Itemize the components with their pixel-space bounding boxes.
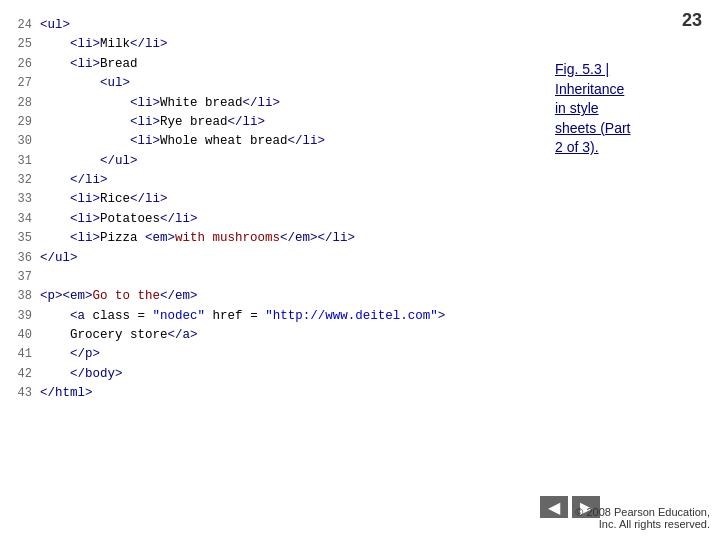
- slide-number: 23: [682, 10, 702, 31]
- code-line-36: 36 </ul>: [10, 249, 560, 268]
- code-line-31: 31 </ul>: [10, 152, 560, 171]
- code-line-26: 26 <li>Bread: [10, 55, 560, 74]
- code-line-41: 41 </p>: [10, 345, 560, 364]
- line-num: 34: [10, 210, 40, 229]
- caption-line5: 2 of 3).: [555, 139, 599, 155]
- line-num: 36: [10, 249, 40, 268]
- code-line-32: 32 </li>: [10, 171, 560, 190]
- code-line-42: 42 </body>: [10, 365, 560, 384]
- caption-line4: sheets (Part: [555, 120, 630, 136]
- line-num: 39: [10, 307, 40, 326]
- line-num: 40: [10, 326, 40, 345]
- line-num: 38: [10, 287, 40, 306]
- code-line-29: 29 <li>Rye bread</li>: [10, 113, 560, 132]
- footer: © 2008 Pearson Education, Inc. All right…: [575, 506, 710, 530]
- line-num: 29: [10, 113, 40, 132]
- line-num: 42: [10, 365, 40, 384]
- prev-button[interactable]: ◀: [540, 496, 568, 518]
- line-num: 43: [10, 384, 40, 403]
- line-num: 41: [10, 345, 40, 364]
- line-num: 37: [10, 268, 40, 287]
- code-line-27: 27 <ul>: [10, 74, 560, 93]
- line-num: 35: [10, 229, 40, 248]
- line-num: 33: [10, 190, 40, 209]
- caption-line3: in style: [555, 100, 599, 116]
- line-num: 26: [10, 55, 40, 74]
- code-line-25: 25 <li>Milk</li>: [10, 35, 560, 54]
- code-line-40: 40 Grocery store</a>: [10, 326, 560, 345]
- code-line-30: 30 <li>Whole wheat bread</li>: [10, 132, 560, 151]
- line-num: 24: [10, 16, 40, 35]
- figure-caption: Fig. 5.3 | Inheritance in style sheets (…: [555, 60, 710, 158]
- line-num: 28: [10, 94, 40, 113]
- line-num: 25: [10, 35, 40, 54]
- code-area: 24 <ul> 25 <li>Milk</li> 26 <li>Bread 27…: [10, 10, 560, 480]
- footer-line2: Inc. All rights reserved.: [599, 518, 710, 530]
- line-num: 31: [10, 152, 40, 171]
- line-num: 32: [10, 171, 40, 190]
- code-line-28: 28 <li>White bread</li>: [10, 94, 560, 113]
- code-line-38: 38 <p><em>Go to the</em>: [10, 287, 560, 306]
- code-line-34: 34 <li>Potatoes</li>: [10, 210, 560, 229]
- caption-line1: Fig. 5.3 |: [555, 61, 609, 77]
- code-line-43: 43 </html>: [10, 384, 560, 403]
- code-line-33: 33 <li>Rice</li>: [10, 190, 560, 209]
- code-line-37: 37: [10, 268, 560, 287]
- code-line-35: 35 <li>Pizza <em>with mushrooms</em></li…: [10, 229, 560, 248]
- code-line-39: 39 <a class = "nodec" href = "http://www…: [10, 307, 560, 326]
- line-num: 30: [10, 132, 40, 151]
- code-line-24: 24 <ul>: [10, 16, 560, 35]
- line-num: 27: [10, 74, 40, 93]
- caption-line2: Inheritance: [555, 81, 624, 97]
- footer-line1: © 2008 Pearson Education,: [575, 506, 710, 518]
